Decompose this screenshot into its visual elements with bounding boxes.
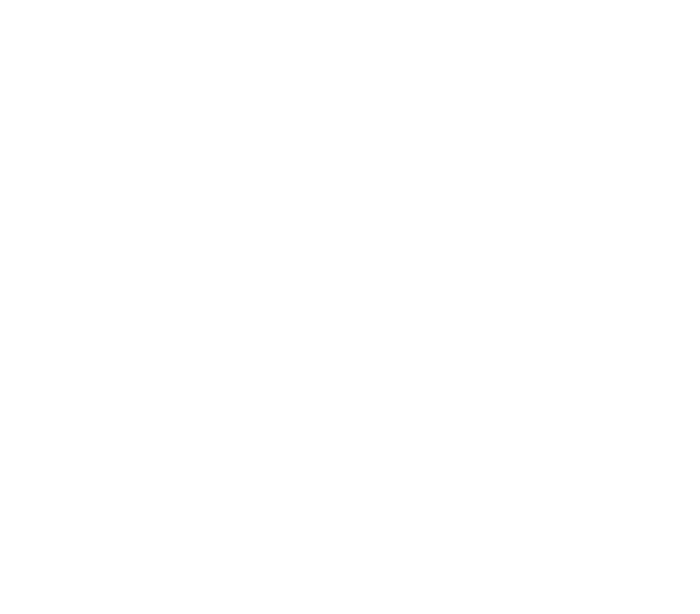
connection-lines [0,0,700,614]
diagram [0,0,700,614]
